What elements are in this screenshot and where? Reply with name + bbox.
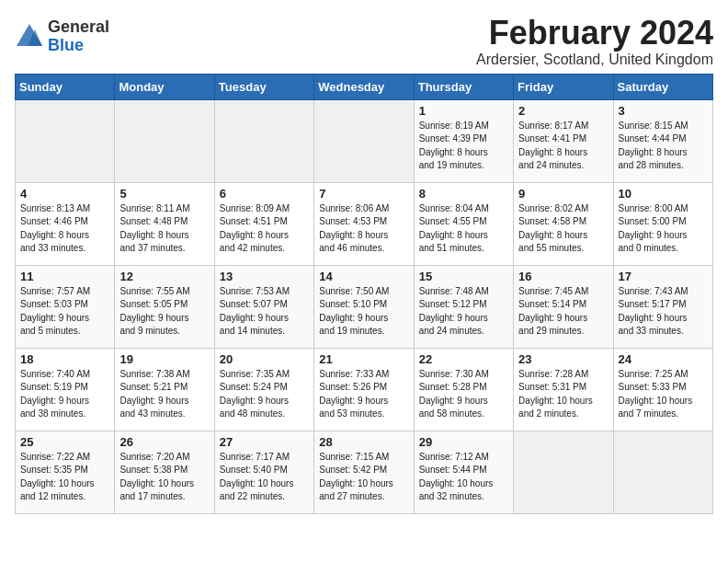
day-info: Sunrise: 7:43 AM Sunset: 5:17 PM Dayligh… — [619, 285, 708, 339]
day-number: 10 — [619, 187, 708, 201]
day-info: Sunrise: 7:50 AM Sunset: 5:10 PM Dayligh… — [319, 285, 408, 339]
day-number: 28 — [319, 435, 408, 449]
day-number: 18 — [20, 352, 109, 366]
calendar-cell: 23Sunrise: 7:28 AM Sunset: 5:31 PM Dayli… — [514, 348, 613, 431]
day-number: 8 — [419, 187, 508, 201]
calendar-cell: 14Sunrise: 7:50 AM Sunset: 5:10 PM Dayli… — [314, 265, 414, 348]
day-info: Sunrise: 7:35 AM Sunset: 5:24 PM Dayligh… — [220, 368, 309, 421]
calendar-body: 1Sunrise: 8:19 AM Sunset: 4:39 PM Daylig… — [16, 99, 713, 513]
calendar-cell — [214, 99, 313, 182]
day-header-wednesday: Wednesday — [314, 74, 414, 99]
day-number: 20 — [220, 352, 309, 366]
calendar-table: SundayMondayTuesdayWednesdayThursdayFrid… — [15, 74, 713, 514]
day-info: Sunrise: 7:20 AM Sunset: 5:38 PM Dayligh… — [119, 451, 209, 504]
day-info: Sunrise: 7:57 AM Sunset: 5:03 PM Dayligh… — [20, 285, 109, 339]
calendar-cell: 17Sunrise: 7:43 AM Sunset: 5:17 PM Dayli… — [613, 265, 712, 348]
week-row-1: 1Sunrise: 8:19 AM Sunset: 4:39 PM Daylig… — [16, 99, 713, 182]
calendar-title: February 2024 — [476, 15, 713, 52]
calendar-cell: 8Sunrise: 8:04 AM Sunset: 4:55 PM Daylig… — [414, 182, 513, 265]
day-info: Sunrise: 8:13 AM Sunset: 4:46 PM Dayligh… — [20, 202, 109, 256]
calendar-subtitle: Ardersier, Scotland, United Kingdom — [476, 52, 713, 68]
logo-text: General Blue — [48, 18, 109, 55]
day-info: Sunrise: 7:22 AM Sunset: 5:35 PM Dayligh… — [20, 451, 109, 504]
day-header-sunday: Sunday — [16, 74, 115, 99]
calendar-cell: 13Sunrise: 7:53 AM Sunset: 5:07 PM Dayli… — [214, 265, 313, 348]
week-row-4: 18Sunrise: 7:40 AM Sunset: 5:19 PM Dayli… — [16, 348, 713, 431]
calendar-cell: 9Sunrise: 8:02 AM Sunset: 4:58 PM Daylig… — [514, 182, 613, 265]
header: General Blue February 2024 Ardersier, Sc… — [15, 15, 713, 68]
calendar-cell — [314, 99, 414, 182]
week-row-3: 11Sunrise: 7:57 AM Sunset: 5:03 PM Dayli… — [16, 265, 713, 348]
day-info: Sunrise: 7:38 AM Sunset: 5:21 PM Dayligh… — [119, 368, 209, 421]
calendar-cell: 29Sunrise: 7:12 AM Sunset: 5:44 PM Dayli… — [414, 431, 513, 513]
calendar-cell — [16, 99, 115, 182]
day-info: Sunrise: 7:33 AM Sunset: 5:26 PM Dayligh… — [319, 368, 408, 421]
logo-general: General — [48, 17, 109, 36]
calendar-cell — [613, 431, 712, 513]
day-number: 11 — [20, 270, 109, 283]
day-info: Sunrise: 8:09 AM Sunset: 4:51 PM Dayligh… — [220, 202, 309, 256]
day-number: 7 — [319, 187, 408, 201]
calendar-cell: 20Sunrise: 7:35 AM Sunset: 5:24 PM Dayli… — [214, 348, 313, 431]
day-number: 12 — [119, 270, 209, 283]
day-number: 24 — [619, 352, 708, 366]
day-number: 3 — [619, 104, 708, 118]
day-info: Sunrise: 7:40 AM Sunset: 5:19 PM Dayligh… — [20, 368, 109, 421]
day-header-saturday: Saturday — [613, 74, 712, 99]
calendar-cell: 11Sunrise: 7:57 AM Sunset: 5:03 PM Dayli… — [16, 265, 115, 348]
calendar-cell: 6Sunrise: 8:09 AM Sunset: 4:51 PM Daylig… — [214, 182, 313, 265]
day-number: 4 — [20, 187, 109, 201]
calendar-cell: 4Sunrise: 8:13 AM Sunset: 4:46 PM Daylig… — [16, 182, 115, 265]
week-row-2: 4Sunrise: 8:13 AM Sunset: 4:46 PM Daylig… — [16, 182, 713, 265]
calendar-cell: 15Sunrise: 7:48 AM Sunset: 5:12 PM Dayli… — [414, 265, 513, 348]
calendar-cell: 10Sunrise: 8:00 AM Sunset: 5:00 PM Dayli… — [613, 182, 712, 265]
calendar-cell: 27Sunrise: 7:17 AM Sunset: 5:40 PM Dayli… — [214, 431, 313, 513]
day-info: Sunrise: 7:28 AM Sunset: 5:31 PM Dayligh… — [518, 368, 608, 421]
calendar-cell: 1Sunrise: 8:19 AM Sunset: 4:39 PM Daylig… — [414, 99, 513, 182]
day-number: 14 — [319, 270, 408, 283]
day-info: Sunrise: 7:53 AM Sunset: 5:07 PM Dayligh… — [220, 285, 309, 339]
logo-blue: Blue — [48, 36, 84, 54]
day-number: 13 — [220, 270, 309, 283]
day-number: 23 — [518, 352, 608, 366]
day-number: 29 — [419, 435, 508, 449]
day-number: 17 — [619, 270, 708, 283]
calendar-cell — [514, 431, 613, 513]
calendar-cell: 16Sunrise: 7:45 AM Sunset: 5:14 PM Dayli… — [514, 265, 613, 348]
day-number: 19 — [119, 352, 209, 366]
day-number: 27 — [220, 435, 309, 449]
calendar-cell: 24Sunrise: 7:25 AM Sunset: 5:33 PM Dayli… — [613, 348, 712, 431]
logo: General Blue — [15, 18, 109, 55]
calendar-cell: 18Sunrise: 7:40 AM Sunset: 5:19 PM Dayli… — [16, 348, 115, 431]
day-info: Sunrise: 7:17 AM Sunset: 5:40 PM Dayligh… — [220, 451, 309, 504]
day-header-tuesday: Tuesday — [214, 74, 313, 99]
title-block: February 2024 Ardersier, Scotland, Unite… — [476, 15, 713, 68]
calendar-cell: 26Sunrise: 7:20 AM Sunset: 5:38 PM Dayli… — [115, 431, 214, 513]
calendar-cell: 7Sunrise: 8:06 AM Sunset: 4:53 PM Daylig… — [314, 182, 414, 265]
day-number: 21 — [319, 352, 408, 366]
day-info: Sunrise: 7:12 AM Sunset: 5:44 PM Dayligh… — [419, 451, 508, 504]
calendar-cell: 21Sunrise: 7:33 AM Sunset: 5:26 PM Dayli… — [314, 348, 414, 431]
calendar-cell: 3Sunrise: 8:15 AM Sunset: 4:44 PM Daylig… — [613, 99, 712, 182]
day-info: Sunrise: 7:15 AM Sunset: 5:42 PM Dayligh… — [319, 451, 408, 504]
calendar-cell: 12Sunrise: 7:55 AM Sunset: 5:05 PM Dayli… — [115, 265, 214, 348]
day-info: Sunrise: 7:48 AM Sunset: 5:12 PM Dayligh… — [419, 285, 508, 339]
day-info: Sunrise: 8:11 AM Sunset: 4:48 PM Dayligh… — [119, 202, 209, 256]
day-number: 22 — [419, 352, 508, 366]
calendar-cell — [115, 99, 214, 182]
week-row-5: 25Sunrise: 7:22 AM Sunset: 5:35 PM Dayli… — [16, 431, 713, 513]
day-number: 16 — [518, 270, 608, 283]
day-info: Sunrise: 8:15 AM Sunset: 4:44 PM Dayligh… — [619, 120, 708, 173]
logo-icon — [15, 22, 44, 48]
day-number: 6 — [220, 187, 309, 201]
day-number: 25 — [20, 435, 109, 449]
day-info: Sunrise: 8:06 AM Sunset: 4:53 PM Dayligh… — [319, 202, 408, 256]
day-number: 5 — [119, 187, 209, 201]
day-number: 2 — [518, 104, 608, 118]
day-number: 26 — [119, 435, 209, 449]
calendar-cell: 2Sunrise: 8:17 AM Sunset: 4:41 PM Daylig… — [514, 99, 613, 182]
calendar-cell: 5Sunrise: 8:11 AM Sunset: 4:48 PM Daylig… — [115, 182, 214, 265]
day-number: 1 — [419, 104, 508, 118]
calendar-header-row: SundayMondayTuesdayWednesdayThursdayFrid… — [16, 74, 713, 99]
day-info: Sunrise: 8:00 AM Sunset: 5:00 PM Dayligh… — [619, 202, 708, 256]
